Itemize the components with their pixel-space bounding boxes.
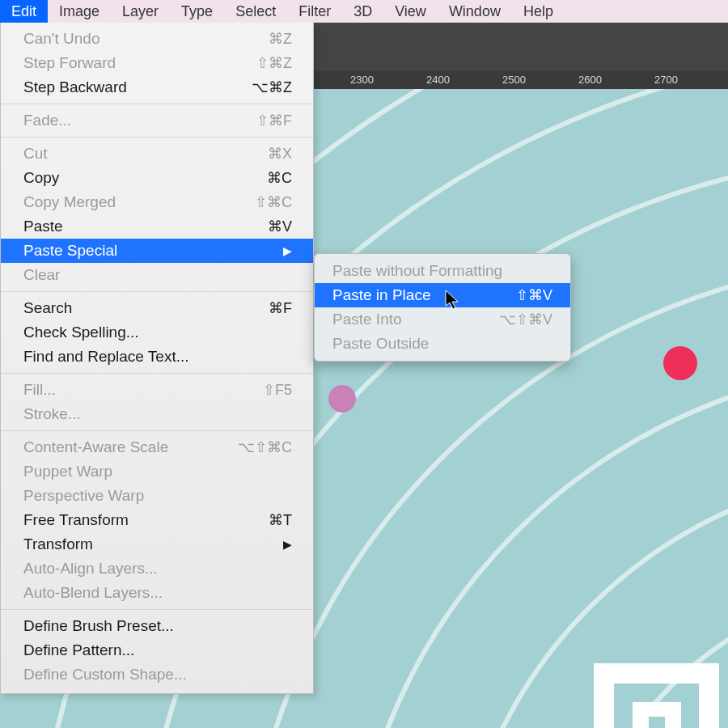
menu-layer[interactable]: Layer (111, 0, 170, 23)
menu-item-copy[interactable]: Copy⌘C (1, 166, 313, 190)
menu-item-fill[interactable]: Fill...⇧F5 (1, 378, 313, 402)
cursor-icon (445, 290, 461, 311)
menu-item-check-spelling[interactable]: Check Spelling... (1, 320, 313, 345)
menu-item-auto-blend[interactable]: Auto-Blend Layers... (1, 581, 313, 605)
menu-view[interactable]: View (383, 0, 438, 23)
submenu-item-paste-outside[interactable]: Paste Outside (315, 332, 570, 356)
menu-item-define-custom-shape[interactable]: Define Custom Shape... (1, 662, 313, 687)
menubar: Edit Image Layer Type Select Filter 3D V… (0, 0, 728, 23)
ruler-tick: 2600 (578, 74, 602, 86)
menu-item-clear[interactable]: Clear (1, 263, 313, 287)
canvas-dot-pink (328, 385, 356, 413)
ruler-tick: 2300 (350, 74, 374, 86)
menu-item-define-brush-preset[interactable]: Define Brush Preset... (1, 614, 313, 638)
paste-special-submenu: Paste without Formatting Paste in Place⇧… (314, 253, 571, 362)
menu-item-cant-undo[interactable]: Can't Undo⌘Z (1, 27, 313, 51)
menu-image[interactable]: Image (48, 0, 111, 23)
menu-item-fade[interactable]: Fade...⇧⌘F (1, 108, 313, 133)
canvas-dot-red (663, 346, 697, 380)
menu-item-cut[interactable]: Cut⌘X (1, 142, 313, 166)
submenu-item-paste-without-formatting[interactable]: Paste without Formatting (315, 259, 570, 283)
submenu-item-paste-in-place[interactable]: Paste in Place⇧⌘V (315, 283, 570, 307)
menu-item-content-aware-scale[interactable]: Content-Aware Scale⌥⇧⌘C (1, 435, 313, 459)
ruler-tick: 2700 (654, 74, 678, 86)
menu-item-stroke[interactable]: Stroke... (1, 402, 313, 426)
ruler-tick: 2400 (426, 74, 450, 86)
menu-item-transform[interactable]: Transform▶ (1, 532, 313, 557)
menu-item-search[interactable]: Search⌘F (1, 296, 313, 320)
menu-select[interactable]: Select (224, 0, 287, 23)
menu-filter[interactable]: Filter (287, 0, 342, 23)
menu-item-copy-merged[interactable]: Copy Merged⇧⌘C (1, 190, 313, 214)
submenu-arrow-icon: ▶ (283, 244, 292, 257)
menu-type[interactable]: Type (170, 0, 224, 23)
canvas-logo-shape (578, 607, 723, 728)
menu-help[interactable]: Help (512, 0, 565, 23)
menu-item-paste-special[interactable]: Paste Special▶ (1, 239, 313, 263)
ruler-tick: 2500 (502, 74, 526, 86)
menu-item-perspective-warp[interactable]: Perspective Warp (1, 484, 313, 508)
menu-item-step-forward[interactable]: Step Forward⇧⌘Z (1, 51, 313, 75)
menu-item-define-pattern[interactable]: Define Pattern... (1, 638, 313, 662)
menu-item-paste[interactable]: Paste⌘V (1, 214, 313, 239)
submenu-item-paste-into[interactable]: Paste Into⌥⇧⌘V (315, 307, 570, 332)
menu-window[interactable]: Window (438, 0, 512, 23)
menu-item-step-backward[interactable]: Step Backward⌥⌘Z (1, 75, 313, 99)
menu-item-free-transform[interactable]: Free Transform⌘T (1, 508, 313, 532)
menu-item-find-replace[interactable]: Find and Replace Text... (1, 345, 313, 369)
menu-item-puppet-warp[interactable]: Puppet Warp (1, 459, 313, 484)
menu-item-auto-align[interactable]: Auto-Align Layers... (1, 557, 313, 581)
edit-menu-dropdown: Can't Undo⌘Z Step Forward⇧⌘Z Step Backwa… (0, 23, 314, 694)
menu-3d[interactable]: 3D (342, 0, 383, 23)
menu-edit[interactable]: Edit (0, 0, 48, 23)
submenu-arrow-icon: ▶ (283, 538, 292, 551)
